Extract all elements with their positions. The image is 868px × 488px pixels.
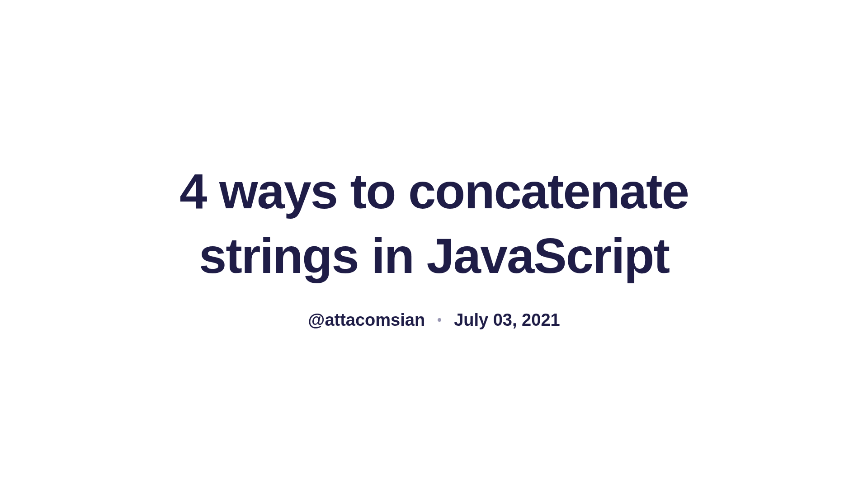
content-container: 4 ways to concatenate strings in JavaScr… — [163, 159, 705, 330]
meta-row: @attacomsian July 03, 2021 — [163, 310, 705, 330]
publish-date: July 03, 2021 — [454, 310, 560, 330]
separator-dot — [438, 318, 441, 322]
page-title: 4 ways to concatenate strings in JavaScr… — [163, 159, 705, 288]
author-handle: @attacomsian — [308, 310, 425, 330]
